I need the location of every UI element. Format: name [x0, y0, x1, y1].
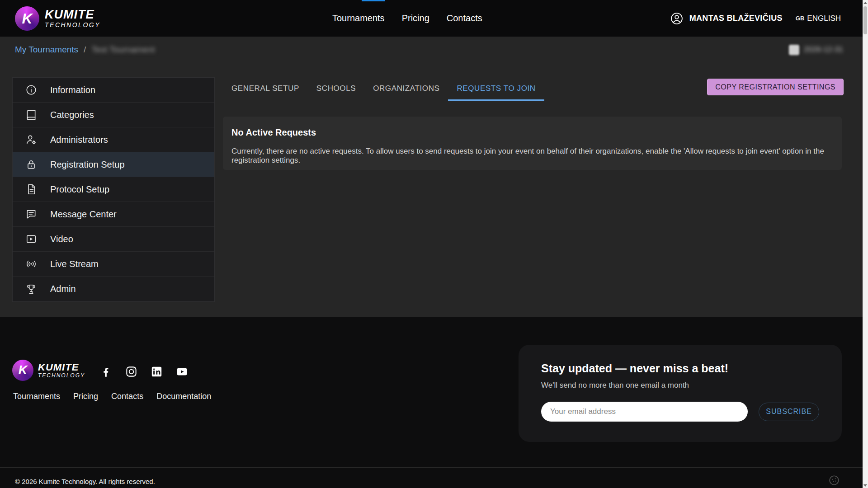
sidebar-item-label: Message Center: [50, 209, 117, 220]
scrollbar-thumb[interactable]: [863, 6, 867, 34]
newsletter-title: Stay updated — never miss a beat!: [541, 362, 819, 375]
page: K KUMITE TECHNOLOGY Tournaments Pricing …: [0, 0, 868, 488]
tournament-date: 2026-12-31: [804, 45, 843, 54]
user-area: MANTAS BLAŽEVIČIUS GB ENGLISH: [670, 0, 841, 37]
sidebar-item-label: Protocol Setup: [50, 184, 109, 195]
footer-brand-title: KUMITE: [38, 362, 85, 373]
cookie-settings-icon[interactable]: [828, 474, 840, 486]
tabs: GENERAL SETUP SCHOOLS ORGANIZATIONS REQU…: [223, 77, 544, 101]
breadcrumb-current-tournament: Test Tournament: [91, 45, 155, 55]
sidebar-item-label: Registration Setup: [50, 160, 125, 170]
subscribe-button[interactable]: SUBSCRIBE: [759, 403, 819, 421]
footer-brand-logo[interactable]: K KUMITE TECHNOLOGY: [12, 360, 85, 381]
sidebar-item-protocol-setup[interactable]: Protocol Setup: [13, 177, 214, 202]
user-name[interactable]: MANTAS BLAŽEVIČIUS: [689, 14, 783, 23]
email-input[interactable]: [541, 402, 748, 422]
footer-divider: [0, 467, 868, 468]
brand-subtitle: TECHNOLOGY: [45, 22, 100, 28]
sidebar-item-label: Live Stream: [50, 259, 99, 269]
nav-item-pricing[interactable]: Pricing: [402, 13, 429, 23]
logo-letter: K: [22, 11, 32, 26]
sidebar-item-label: Video: [50, 234, 73, 244]
logo-letter: K: [19, 364, 28, 376]
tournament-date-widget[interactable]: 2026-12-31: [789, 45, 843, 55]
sidebar-item-video[interactable]: Video: [13, 227, 214, 252]
brand-logo[interactable]: K KUMITE TECHNOLOGY: [15, 0, 100, 37]
footer-link-documentation[interactable]: Documentation: [156, 392, 211, 401]
user-avatar-icon[interactable]: [670, 12, 684, 25]
youtube-icon[interactable]: [176, 366, 188, 378]
facebook-icon[interactable]: [100, 366, 112, 378]
nav-item-tournaments[interactable]: Tournaments: [332, 13, 385, 23]
sidebar: Information Categories Administrators Re…: [12, 77, 215, 302]
language-code: GB: [796, 15, 805, 22]
info-icon: [25, 84, 37, 96]
copyright-text: © 2026 Kumite Technology. All rights res…: [15, 478, 155, 485]
sidebar-item-label: Information: [50, 85, 95, 95]
message-icon: [25, 208, 37, 220]
footer-brand-text: KUMITE TECHNOLOGY: [38, 362, 85, 379]
card-title: No Active Requests: [231, 127, 830, 138]
video-icon: [25, 233, 37, 245]
language-label: ENGLISH: [807, 14, 841, 23]
nav-item-contacts[interactable]: Contacts: [447, 13, 482, 23]
sidebar-item-label: Administrators: [50, 135, 108, 145]
scrollbar-up-arrow-icon[interactable]: [863, 0, 868, 5]
tab-organizations[interactable]: ORGANIZATIONS: [364, 77, 448, 101]
copy-registration-settings-button[interactable]: COPY REGISTRATION SETTINGS: [707, 79, 844, 95]
kumite-logo-icon: K: [15, 6, 39, 31]
sidebar-item-admin[interactable]: Admin: [13, 277, 214, 301]
newsletter-card: Stay updated — never miss a beat! We'll …: [519, 345, 842, 442]
card-body: Currently, there are no active requests.…: [231, 147, 830, 165]
sidebar-item-registration-setup[interactable]: Registration Setup: [13, 152, 214, 177]
document-icon: [25, 183, 37, 195]
sidebar-item-information[interactable]: Information: [13, 78, 214, 103]
footer-links: Tournaments Pricing Contacts Documentati…: [13, 392, 211, 401]
instagram-icon[interactable]: [125, 366, 137, 378]
footer-link-pricing[interactable]: Pricing: [73, 392, 98, 401]
tab-schools[interactable]: SCHOOLS: [308, 77, 364, 101]
brand-text: KUMITE TECHNOLOGY: [45, 8, 100, 28]
breadcrumb: My Tournaments / Test Tournament: [15, 45, 155, 55]
tab-requests-to-join[interactable]: REQUESTS TO JOIN: [448, 77, 544, 101]
lock-icon: [25, 159, 37, 170]
language-selector[interactable]: GB ENGLISH: [796, 14, 841, 23]
trophy-icon: [25, 283, 37, 295]
main-nav: Tournaments Pricing Contacts: [332, 0, 482, 37]
categories-icon: [25, 109, 37, 121]
footer-brand-subtitle: TECHNOLOGY: [38, 373, 85, 379]
vertical-scrollbar[interactable]: [863, 0, 868, 488]
tab-general-setup[interactable]: GENERAL SETUP: [223, 77, 308, 101]
sidebar-item-message-center[interactable]: Message Center: [13, 202, 214, 227]
top-nav: K KUMITE TECHNOLOGY Tournaments Pricing …: [0, 0, 868, 37]
breadcrumb-my-tournaments[interactable]: My Tournaments: [15, 45, 78, 55]
no-active-requests-card: No Active Requests Currently, there are …: [223, 117, 842, 170]
newsletter-subtitle: We'll send no more than one email a mont…: [541, 381, 819, 390]
sidebar-item-live-stream[interactable]: Live Stream: [13, 252, 214, 277]
sidebar-item-label: Categories: [50, 110, 94, 120]
administrators-icon: [25, 134, 37, 145]
brand-title: KUMITE: [45, 8, 100, 22]
footer-link-tournaments[interactable]: Tournaments: [13, 392, 60, 401]
linkedin-icon[interactable]: [151, 366, 163, 378]
newsletter-form: SUBSCRIBE: [541, 402, 819, 422]
breadcrumb-separator: /: [84, 45, 86, 55]
calendar-icon: [789, 45, 799, 55]
footer: K KUMITE TECHNOLOGY Tournaments Prici: [0, 317, 868, 488]
breadcrumb-row: My Tournaments / Test Tournament 2026-12…: [0, 37, 868, 63]
footer-link-contacts[interactable]: Contacts: [111, 392, 143, 401]
social-links: [100, 366, 188, 378]
sidebar-item-label: Admin: [50, 284, 76, 294]
kumite-logo-icon: K: [12, 360, 33, 381]
scrollbar-down-arrow-icon[interactable]: [863, 483, 868, 488]
sidebar-item-administrators[interactable]: Administrators: [13, 127, 214, 152]
sidebar-item-categories[interactable]: Categories: [13, 103, 214, 127]
live-stream-icon: [25, 258, 37, 270]
